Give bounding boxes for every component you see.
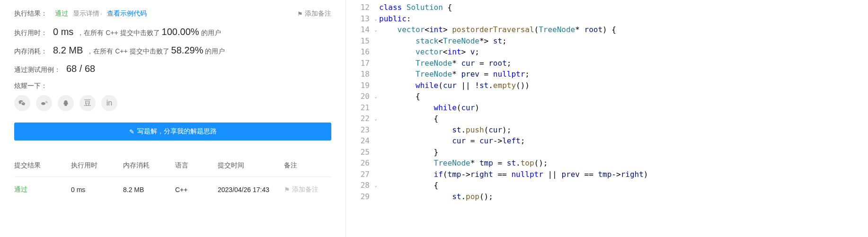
fold-marker [372, 158, 379, 169]
code-line[interactable]: { [379, 113, 868, 124]
weibo-icon[interactable] [36, 95, 52, 111]
row-date: 2023/04/26 17:43 [218, 186, 284, 193]
write-solution-button[interactable]: ✎ 写题解，分享我的解题思路 [14, 123, 331, 140]
line-number: 21 [346, 102, 370, 114]
linkedin-icon[interactable]: in [101, 95, 117, 111]
row-lang: C++ [175, 186, 218, 193]
table-header-row: 提交结果 执行用时 内存消耗 语言 提交时间 备注 [14, 155, 331, 177]
line-number: 23 [346, 124, 370, 136]
code-line[interactable]: } [379, 147, 868, 158]
time-prefix: ，在所有 C++ 提交中击败了 [77, 29, 159, 37]
code-line[interactable]: class Solution { [379, 2, 868, 13]
line-number: 18 [346, 69, 370, 80]
flag-icon: ⚑ [284, 186, 290, 193]
mem-stat-row: 内存消耗： 8.2 MB ，在所有 C++ 提交中击败了 58.29% 的用户 [14, 45, 331, 56]
code-line[interactable]: while(cur || !st.empty()) [379, 80, 868, 91]
code-line[interactable]: vector<int> postorderTraversal(TreeNode*… [379, 24, 868, 35]
header-lang: 语言 [175, 161, 218, 170]
code-line[interactable]: TreeNode* prev = nullptr; [379, 69, 868, 80]
code-line[interactable]: while(cur) [379, 102, 868, 114]
qq-icon[interactable] [58, 95, 74, 111]
chevron-down-icon: › [100, 11, 102, 17]
result-panel: 执行结果： 通过 显示详情› 查看示例代码 ⚑添加备注 执行用时： 0 ms ，… [0, 0, 345, 237]
line-number: 22 [346, 113, 370, 124]
fold-marker [372, 80, 379, 91]
header-mem: 内存消耗 [123, 161, 175, 170]
code-editor: 121314151617181920212223242526272829 ⌄⌄⌄… [345, 0, 868, 237]
line-number: 19 [346, 80, 370, 91]
fold-marker [372, 69, 379, 80]
row-result[interactable]: 通过 [14, 185, 71, 194]
code-line[interactable]: if(tmp->right == nullptr || prev == tmp-… [379, 169, 868, 180]
fold-marker [372, 102, 379, 114]
mem-value: 8.2 MB [53, 45, 83, 56]
mem-prefix: ，在所有 C++ 提交中击败了 [87, 47, 169, 56]
code-line[interactable]: { [379, 180, 868, 191]
cases-value: 68 / 68 [66, 63, 95, 74]
fold-marker[interactable]: ⌄ [372, 91, 379, 102]
fold-marker [372, 124, 379, 136]
line-number: 26 [346, 158, 370, 169]
code-line[interactable]: cur = cur->left; [379, 135, 868, 147]
header-date: 提交时间 [218, 161, 284, 170]
time-stat-row: 执行用时： 0 ms ，在所有 C++ 提交中击败了 100.00% 的用户 [14, 26, 331, 37]
add-note-text: 添加备注 [305, 9, 331, 18]
share-icons-row: 豆 in [14, 95, 331, 111]
douban-icon[interactable]: 豆 [80, 95, 96, 111]
code-line[interactable]: { [379, 91, 868, 102]
line-number: 28 [346, 180, 370, 191]
cases-stat-row: 通过测试用例： 68 / 68 [14, 63, 331, 74]
show-details-link[interactable]: 显示详情› [73, 9, 102, 18]
fold-marker [372, 35, 379, 47]
share-label: 炫耀一下： [14, 82, 331, 90]
line-number-gutter: 121314151617181920212223242526272829 [346, 0, 372, 237]
line-number: 16 [346, 46, 370, 58]
fold-marker [372, 135, 379, 147]
mem-suffix: 的用户 [205, 47, 225, 56]
code-line[interactable]: TreeNode* cur = root; [379, 58, 868, 69]
code-area[interactable]: class Solution {public: vector<int> post… [379, 0, 868, 237]
write-solution-label: 写题解，分享我的解题思路 [137, 127, 217, 136]
row-mem: 8.2 MB [123, 186, 175, 193]
result-label: 执行结果： [14, 9, 47, 18]
cases-label: 通过测试用例： [14, 66, 61, 74]
code-line[interactable]: TreeNode* tmp = st.top(); [379, 158, 868, 169]
fold-marker[interactable]: ⌄ [372, 113, 379, 124]
add-note-button[interactable]: ⚑添加备注 [297, 9, 331, 18]
header-result: 提交结果 [14, 161, 71, 170]
code-line[interactable]: st.push(cur); [379, 124, 868, 136]
time-label: 执行用时： [14, 29, 47, 37]
mem-percent: 58.29% [171, 45, 204, 56]
fold-marker [372, 147, 379, 158]
line-number: 15 [346, 35, 370, 47]
row-add-note[interactable]: ⚑添加备注 [284, 185, 331, 194]
code-line[interactable]: public: [379, 13, 868, 25]
submissions-table: 提交结果 执行用时 内存消耗 语言 提交时间 备注 通过 0 ms 8.2 MB… [14, 155, 331, 202]
fold-marker [372, 191, 379, 202]
line-number: 27 [346, 169, 370, 180]
table-row[interactable]: 通过 0 ms 8.2 MB C++ 2023/04/26 17:43 ⚑添加备… [14, 177, 331, 202]
line-number: 20 [346, 91, 370, 102]
fold-marker [372, 58, 379, 69]
fold-marker[interactable]: ⌄ [372, 13, 379, 25]
fold-marker[interactable]: ⌄ [372, 180, 379, 191]
mem-label: 内存消耗： [14, 47, 47, 56]
header-time: 执行用时 [71, 161, 123, 170]
result-header: 执行结果： 通过 显示详情› 查看示例代码 ⚑添加备注 [14, 9, 331, 18]
fold-marker [372, 169, 379, 180]
wechat-icon[interactable] [14, 95, 30, 111]
row-note-text: 添加备注 [292, 185, 319, 194]
line-number: 12 [346, 2, 370, 13]
code-line[interactable]: vector<int> v; [379, 46, 868, 58]
code-line[interactable]: stack<TreeNode*> st; [379, 35, 868, 47]
line-number: 13 [346, 13, 370, 25]
line-number: 25 [346, 147, 370, 158]
result-status: 通过 [55, 9, 68, 18]
time-value: 0 ms [53, 26, 73, 37]
show-details-text: 显示详情 [73, 9, 99, 17]
time-percent: 100.00% [162, 26, 199, 37]
view-example-link[interactable]: 查看示例代码 [107, 9, 147, 18]
flag-icon: ⚑ [297, 10, 303, 18]
fold-marker[interactable]: ⌄ [372, 24, 379, 35]
code-line[interactable]: st.pop(); [379, 191, 868, 202]
